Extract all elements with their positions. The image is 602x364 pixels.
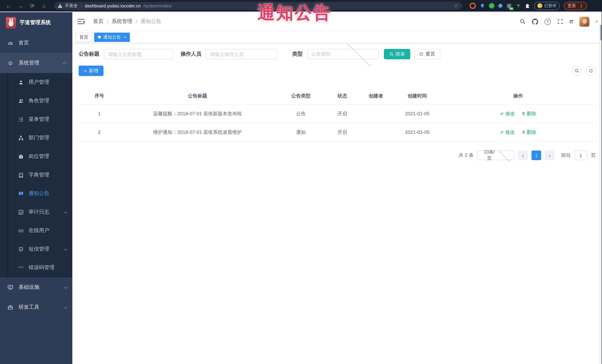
font-size-icon[interactable]: tT (569, 19, 573, 24)
address-bar[interactable]: ! 不安全 dashboard.yudao.iocoder.cn/system/… (54, 2, 462, 10)
extension-switch-icon[interactable]: on (506, 3, 512, 8)
goto-page-input[interactable] (575, 150, 587, 160)
sidebar-collapse-icon[interactable] (77, 19, 85, 24)
extension-green-circle-icon[interactable]: ✓ (489, 3, 494, 9)
sidebar-item-dept-management[interactable]: 部门管理 (0, 129, 72, 147)
delete-icon (521, 130, 525, 134)
sidebar-item-dict-management[interactable]: 字典管理 (0, 166, 72, 184)
col-no: 序号 (79, 88, 120, 104)
sidebar-item-post-management[interactable]: 岗位管理 (0, 147, 72, 166)
sidebar-item-user-management[interactable]: 用户管理 (0, 73, 72, 92)
refresh-table-button[interactable] (586, 66, 596, 76)
online-users-icon (18, 228, 24, 234)
sidebar-item-dev-tools[interactable]: 研发工具 (0, 297, 72, 317)
sidebar-item-role-management[interactable]: 角色管理 (0, 92, 72, 110)
search-icon (389, 52, 394, 56)
forward-icon[interactable]: → (16, 1, 25, 10)
extension-gem-icon[interactable] (498, 3, 503, 8)
chevron-down-icon (64, 247, 67, 250)
table-row: 1 温馨提醒：2018-07-01 若依新版本发布啦 公告 开启 2021-01… (79, 104, 596, 123)
app-logo-row[interactable]: 芋道管理系统 (0, 12, 72, 33)
tab-home[interactable]: 首页 (76, 32, 92, 42)
github-icon[interactable] (532, 18, 538, 25)
avatar-caret-icon[interactable]: ▾ (596, 20, 598, 23)
cell-created: 2021-01-05 (394, 123, 441, 141)
operator-input[interactable] (206, 49, 278, 59)
cell-title: 温馨提醒：2018-07-01 若依新版本发布啦 (120, 104, 275, 123)
reset-button[interactable]: 重置 (414, 49, 440, 59)
extension-sprout-icon[interactable] (516, 3, 521, 8)
toggle-search-button[interactable] (572, 66, 582, 76)
edit-link[interactable]: 修改 (500, 110, 515, 117)
notice-table: 序号 公告标题 公告类型 状态 创建者 创建时间 操作 1 温馨提醒：2018- (79, 88, 596, 142)
fullscreen-icon[interactable] (557, 19, 563, 24)
refresh-icon (419, 52, 424, 56)
gear-icon: ⚙ (7, 60, 13, 66)
sidebar-item-label: 部门管理 (29, 135, 49, 141)
extensions-puzzle-icon[interactable] (525, 3, 530, 8)
notice-type-select[interactable]: 公告类型 (307, 49, 379, 59)
edit-link[interactable]: 修改 (500, 129, 515, 135)
search-button-label: 搜索 (395, 51, 405, 57)
edit-icon (500, 130, 504, 134)
security-label: 不安全 (65, 3, 78, 9)
sidebar-item-notice-announcement[interactable]: 通知公告 (0, 184, 72, 203)
page-size-select[interactable]: 10条/页 (477, 150, 515, 160)
col-actions: 操作 (441, 88, 596, 104)
help-icon[interactable]: ? (545, 18, 551, 25)
audit-log-icon (18, 209, 24, 215)
back-icon[interactable]: ← (4, 1, 13, 10)
sidebar-item-sms-management[interactable]: 短信管理 (0, 240, 72, 258)
sidebar-item-system-management[interactable]: ⚙ 系统管理 (0, 53, 72, 73)
breadcrumb-home[interactable]: 首页 (93, 18, 104, 25)
notice-type-placeholder: 公告类型 (311, 51, 343, 57)
notice-bubble-icon (18, 190, 24, 197)
breadcrumb-system[interactable]: 系统管理 (112, 18, 132, 25)
extension-pin-icon[interactable] (480, 3, 485, 8)
search-icon[interactable] (520, 19, 526, 24)
home-icon[interactable]: ⌂ (39, 1, 49, 10)
bookmark-star-icon[interactable]: ☆ (454, 3, 458, 9)
chevron-down-icon (64, 210, 67, 213)
sidebar-item-label: 字典管理 (29, 172, 49, 178)
delete-link[interactable]: 删除 (521, 129, 536, 135)
chevron-up-icon (63, 62, 66, 65)
pagination-total: 共 2 条 (459, 152, 474, 159)
search-button[interactable]: 搜索 (384, 49, 410, 59)
chevron-down-icon (498, 149, 510, 161)
sidebar-item-error-code-management[interactable]: </> 错误码管理 (0, 258, 72, 277)
extension-on-badge: on (509, 7, 513, 10)
user-avatar[interactable] (580, 17, 590, 27)
notice-title-input[interactable] (104, 49, 173, 59)
sidebar-item-audit-log[interactable]: 审计日志 (0, 203, 72, 221)
browser-update-button[interactable]: 更新 ⋮ (564, 2, 587, 10)
sidebar-item-menu-management[interactable]: 菜单管理 (0, 110, 72, 129)
sidebar-item-online-users[interactable]: 在线用户 (0, 221, 72, 240)
extension-orange-ring-icon[interactable] (470, 3, 476, 9)
roles-icon (18, 98, 24, 104)
cell-title: 维护通知：2018-07-01 若依系统凌晨维护 (120, 123, 275, 141)
sidebar: 芋道管理系统 首页 ⚙ 系统管理 用户管理 (0, 12, 72, 364)
dashboard-icon (7, 40, 13, 46)
tab-notice[interactable]: 通知公告 × (94, 32, 130, 42)
notice-title-label: 公告标题 (79, 51, 99, 57)
next-page-button[interactable]: › (545, 150, 555, 160)
sidebar-item-label: 研发工具 (19, 304, 39, 311)
not-secure-warning-icon[interactable]: ! (58, 4, 62, 8)
sidebar-item-home[interactable]: 首页 (0, 33, 72, 53)
table-header-row: 序号 公告标题 公告类型 状态 创建者 创建时间 操作 (79, 88, 596, 104)
sidebar-item-infrastructure[interactable]: 基础设施 (0, 277, 72, 297)
delete-link[interactable]: 删除 (521, 110, 536, 117)
reload-icon[interactable]: ⟳ (27, 1, 37, 10)
col-created: 创建时间 (394, 88, 441, 104)
profile-paused-chip[interactable]: 已暂停 (534, 2, 560, 10)
browser-menu-icon[interactable]: ⋮ (579, 3, 583, 8)
operator-label: 操作人员 (181, 51, 201, 57)
sidebar-item-label: 在线用户 (29, 227, 49, 234)
add-button[interactable]: + 新增 (79, 66, 104, 76)
plus-icon: + (84, 68, 87, 73)
sidebar-item-label: 岗位管理 (29, 153, 49, 160)
close-tab-icon[interactable]: × (124, 35, 126, 39)
current-page-button[interactable]: 1 (532, 150, 541, 160)
prev-page-button[interactable]: ‹ (518, 150, 528, 160)
